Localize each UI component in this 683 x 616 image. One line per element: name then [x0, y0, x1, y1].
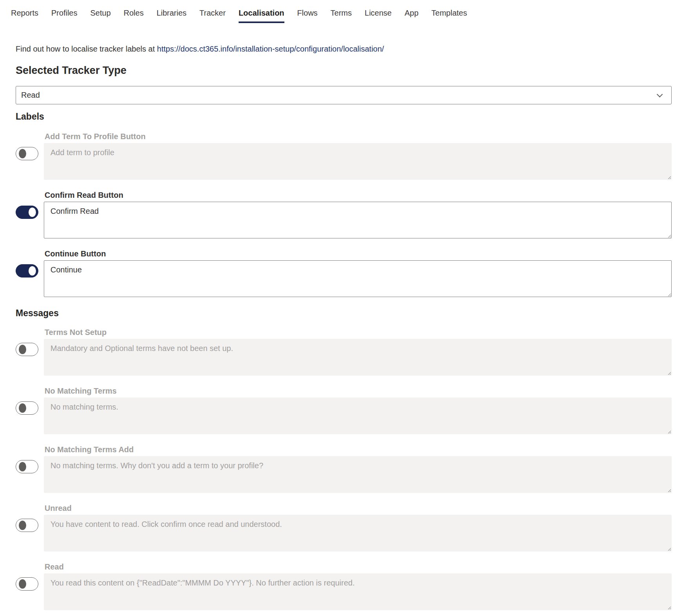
tracker-type-selected-value: Read — [21, 91, 40, 100]
terms-not-setup-textarea[interactable]: Mandatory and Optional terms have not be… — [44, 339, 672, 376]
toggle-knob — [19, 345, 26, 354]
toggle-knob — [19, 403, 26, 413]
localisation-page: Find out how to localise tracker labels … — [0, 45, 683, 610]
tab-app[interactable]: App — [404, 9, 419, 23]
field-row-unread: Unread You have content to read. Click c… — [16, 504, 672, 552]
field-main: Unread You have content to read. Click c… — [44, 504, 672, 552]
tracker-type-select[interactable]: Read — [16, 86, 672, 104]
field-label: Unread — [45, 504, 672, 512]
field-label: No Matching Terms Add — [45, 445, 672, 454]
toggle-knob — [29, 208, 36, 217]
docs-link[interactable]: https://docs.ct365.info/installation-set… — [157, 45, 384, 53]
field-label: Confirm Read Button — [45, 191, 672, 199]
top-nav: Reports Profiles Setup Roles Libraries T… — [0, 0, 683, 23]
intro-text-static: Find out how to localise tracker labels … — [16, 45, 157, 53]
tab-reports[interactable]: Reports — [11, 9, 38, 23]
tab-terms[interactable]: Terms — [331, 9, 352, 23]
field-label: Add Term To Profile Button — [45, 132, 672, 141]
field-row-no-matching-terms-add: No Matching Terms Add No matching terms.… — [16, 445, 672, 493]
tab-roles[interactable]: Roles — [124, 9, 144, 23]
tab-license[interactable]: License — [365, 9, 392, 23]
field-label: Continue Button — [45, 249, 672, 258]
confirm-read-button-textarea[interactable]: Confirm Read — [44, 202, 672, 238]
toggle-knob — [19, 462, 26, 471]
chevron-down-icon — [657, 91, 663, 98]
field-label: Read — [45, 562, 672, 571]
toggle-no-matching-terms[interactable] — [16, 401, 38, 415]
add-term-to-profile-button-textarea[interactable]: Add term to profile — [44, 143, 672, 180]
tab-profiles[interactable]: Profiles — [51, 9, 77, 23]
tab-setup[interactable]: Setup — [90, 9, 111, 23]
field-main: Continue Button Continue — [44, 249, 672, 297]
labels-section: Add Term To Profile Button Add term to p… — [16, 132, 672, 297]
field-label: No Matching Terms — [45, 387, 672, 395]
toggle-continue-button[interactable] — [16, 264, 38, 278]
messages-section: Terms Not Setup Mandatory and Optional t… — [16, 328, 672, 610]
field-row-no-matching-terms: No Matching Terms No matching terms. — [16, 387, 672, 434]
tab-flows[interactable]: Flows — [297, 9, 318, 23]
field-row-terms-not-setup: Terms Not Setup Mandatory and Optional t… — [16, 328, 672, 376]
labels-section-heading: Labels — [16, 111, 672, 122]
field-row-confirm-read-button: Confirm Read Button Confirm Read — [16, 191, 672, 238]
toggle-knob — [19, 149, 26, 158]
toggle-terms-not-setup[interactable] — [16, 343, 38, 356]
field-main: Confirm Read Button Confirm Read — [44, 191, 672, 238]
field-row-continue-button: Continue Button Continue — [16, 249, 672, 297]
continue-button-textarea[interactable]: Continue — [44, 260, 672, 297]
tab-templates[interactable]: Templates — [431, 9, 467, 23]
field-row-read: Read You read this content on {"ReadDate… — [16, 562, 672, 610]
field-main: Add Term To Profile Button Add term to p… — [44, 132, 672, 180]
unread-textarea[interactable]: You have content to read. Click confirm … — [44, 515, 672, 552]
toggle-knob — [29, 266, 36, 276]
field-main: Terms Not Setup Mandatory and Optional t… — [44, 328, 672, 376]
field-main: No Matching Terms No matching terms. — [44, 387, 672, 434]
field-label: Terms Not Setup — [45, 328, 672, 337]
toggle-knob — [19, 579, 26, 589]
toggle-unread[interactable] — [16, 519, 38, 532]
messages-section-heading: Messages — [16, 308, 672, 319]
field-main: Read You read this content on {"ReadDate… — [44, 562, 672, 610]
tab-localisation[interactable]: Localisation — [239, 9, 284, 23]
toggle-knob — [19, 521, 26, 530]
toggle-add-term-to-profile-button[interactable] — [16, 147, 38, 160]
page-title: Selected Tracker Type — [16, 64, 672, 77]
no-matching-terms-textarea[interactable]: No matching terms. — [44, 398, 672, 434]
field-main: No Matching Terms Add No matching terms.… — [44, 445, 672, 493]
read-textarea[interactable]: You read this content on {"ReadDate":"MM… — [44, 573, 672, 610]
no-matching-terms-add-textarea[interactable]: No matching terms. Why don't you add a t… — [44, 456, 672, 493]
tab-libraries[interactable]: Libraries — [156, 9, 187, 23]
intro-text: Find out how to localise tracker labels … — [16, 45, 672, 54]
toggle-no-matching-terms-add[interactable] — [16, 460, 38, 473]
tab-tracker[interactable]: Tracker — [200, 9, 226, 23]
toggle-confirm-read-button[interactable] — [16, 206, 38, 219]
field-row-add-term-to-profile-button: Add Term To Profile Button Add term to p… — [16, 132, 672, 180]
toggle-read[interactable] — [16, 577, 38, 591]
